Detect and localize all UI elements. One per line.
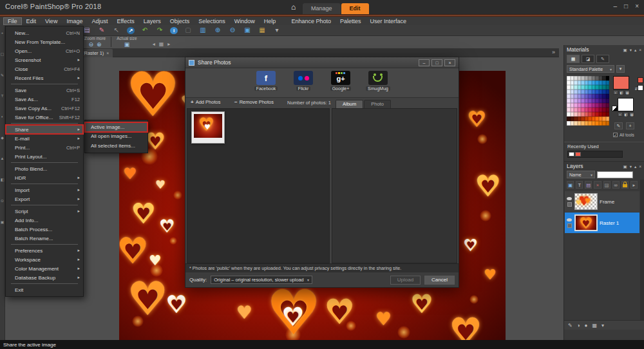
text-tool-icon[interactable]: T bbox=[1, 94, 4, 98]
preview-icon[interactable]: ▦ bbox=[159, 41, 164, 47]
pan-tool-icon[interactable]: + bbox=[1, 31, 4, 35]
restore-window-icon[interactable]: □ bbox=[624, 3, 628, 10]
menu-image[interactable]: Image bbox=[62, 17, 87, 25]
layers-menu-icon[interactable]: ▸ bbox=[630, 181, 638, 189]
file-menu-item-batch-process[interactable]: Batch Process... bbox=[6, 225, 83, 234]
menu-enhance-photo[interactable]: Enhance Photo bbox=[287, 17, 336, 25]
share-submenu-item-all-open-images[interactable]: All open images... bbox=[85, 132, 147, 142]
gradient-style-button[interactable]: ◧ bbox=[623, 112, 629, 117]
color-swatch[interactable] bbox=[606, 80, 610, 85]
file-menu-item-new-from-template[interactable]: New From Template... bbox=[6, 37, 83, 46]
workspace-tab-manage[interactable]: Manage bbox=[303, 3, 341, 14]
file-menu-item-e-mail[interactable]: E-mail▸ bbox=[6, 134, 83, 143]
dialog-maximize-icon[interactable]: □ bbox=[431, 59, 442, 66]
file-menu-item-save-copy-as[interactable]: Save Copy As...Ctrl+F12 bbox=[6, 104, 83, 113]
service-smugmug[interactable]: SmugMug bbox=[363, 71, 393, 97]
minimize-window-icon[interactable]: – bbox=[614, 3, 618, 10]
color-swatch[interactable] bbox=[606, 85, 610, 90]
toolbar-fit-window-icon[interactable]: ▣ bbox=[243, 27, 252, 33]
color-swatch[interactable] bbox=[606, 99, 610, 103]
mixer-icon[interactable]: ◑ bbox=[577, 323, 580, 328]
upload-button[interactable]: Upload bbox=[390, 276, 421, 285]
color-swatch[interactable] bbox=[606, 94, 610, 99]
toolbar-toolbar-dropdown-icon[interactable]: ▾ bbox=[272, 27, 281, 33]
foreground-color-swatch[interactable] bbox=[613, 76, 629, 90]
service-facebook[interactable]: fFacebook bbox=[251, 71, 281, 97]
color-swatch[interactable] bbox=[606, 117, 610, 121]
materials-brushes-tab[interactable]: ✎ bbox=[596, 55, 609, 63]
toolbar-export-icon[interactable]: ↗ bbox=[127, 27, 135, 34]
file-menu-item-hdr[interactable]: HDR▸ bbox=[6, 173, 83, 182]
materials-frames-tab[interactable]: ◪ bbox=[582, 55, 594, 63]
share-submenu-item-active-image[interactable]: Active image... bbox=[85, 122, 147, 132]
file-menu-item-screenshot[interactable]: Screenshot▸ bbox=[6, 55, 83, 64]
file-menu-item-photo-blend[interactable]: Photo Blend... bbox=[6, 164, 83, 173]
pin-icon[interactable]: ▴ bbox=[634, 48, 636, 52]
file-menu-item-share[interactable]: Share▸ bbox=[6, 125, 83, 134]
color-style-button[interactable]: ▪ bbox=[613, 90, 618, 95]
dot-icon[interactable]: ● bbox=[585, 323, 588, 328]
black-white-swatch[interactable] bbox=[612, 106, 618, 111]
cancel-button[interactable]: Cancel bbox=[424, 276, 455, 285]
layer-row-frame[interactable]: ♥♥♥Frame bbox=[565, 191, 639, 212]
remove-photos-button[interactable]: − Remove Photos bbox=[234, 99, 274, 105]
panel-menu-icon[interactable]: ▾ bbox=[630, 48, 632, 52]
toolbar-new-image-icon[interactable]: ▤ bbox=[82, 27, 91, 33]
pan-left-icon[interactable]: ◂ bbox=[153, 41, 155, 47]
photo-list[interactable]: ♥♥♥ bbox=[187, 108, 330, 263]
small-foreground-swatch[interactable] bbox=[638, 77, 643, 83]
background-color-swatch[interactable] bbox=[618, 98, 634, 111]
toolbar-history-icon[interactable]: ▢ bbox=[184, 27, 193, 33]
toolbar-zoom-out-icon[interactable]: ⊖ bbox=[228, 27, 237, 33]
file-menu-item-export[interactable]: Export▸ bbox=[6, 194, 83, 203]
toolbar-brush-tool-icon[interactable]: ✎ bbox=[97, 27, 106, 33]
toolbar-palettes-icon[interactable]: ▦ bbox=[258, 27, 267, 33]
document-tab[interactable]: (Raster 1) × bbox=[79, 49, 113, 57]
panel-options-icon[interactable]: ▣ bbox=[623, 164, 627, 169]
visibility-eye-icon[interactable] bbox=[567, 197, 572, 200]
file-menu-item-save-for-office[interactable]: Save for Office...Shift+F12 bbox=[6, 113, 83, 122]
tab-overflow-icon[interactable]: » bbox=[552, 49, 555, 55]
file-menu-item-workspace[interactable]: Workspace▸ bbox=[6, 255, 83, 264]
link-layers-icon[interactable]: ∞ bbox=[612, 181, 620, 189]
pattern-style-button[interactable]: ▦ bbox=[625, 90, 630, 95]
dialog-titlebar[interactable]: Share Photos –□× bbox=[185, 57, 459, 68]
brush-tool-icon[interactable]: ✎ bbox=[1, 73, 4, 77]
file-menu-item-database-backup[interactable]: Database Backup▸ bbox=[6, 273, 83, 282]
color-swatch[interactable] bbox=[606, 108, 610, 112]
brush-icon[interactable]: ✎ bbox=[568, 323, 573, 328]
layer-row-raster-1[interactable]: ♥♥Raster 1 bbox=[565, 212, 639, 233]
more-icon[interactable]: ▾ bbox=[601, 323, 604, 328]
duplicate-layer-icon[interactable]: ▤ bbox=[585, 181, 592, 189]
close-tab-icon[interactable]: × bbox=[106, 51, 109, 55]
toolbar-undo-icon[interactable]: ↶ bbox=[140, 27, 149, 33]
file-menu-item-import[interactable]: Import▸ bbox=[6, 185, 83, 194]
panel-options-icon[interactable]: ▣ bbox=[623, 48, 627, 52]
file-menu-item-exit[interactable]: Exit bbox=[6, 285, 83, 294]
palette-selector-dropdown[interactable]: Standard Palette ▾ bbox=[567, 65, 614, 73]
toolbar-resize-icon[interactable]: ▥ bbox=[198, 27, 207, 33]
file-menu-item-add-info[interactable]: Add Info... bbox=[6, 216, 83, 225]
service-flickr[interactable]: Flickr bbox=[289, 71, 318, 97]
toolbar-redo-icon[interactable]: ↷ bbox=[155, 27, 164, 33]
tab-album[interactable]: Album bbox=[336, 100, 363, 108]
zoom-out-icon[interactable]: ⊖ bbox=[89, 41, 94, 48]
recent-color-swatch[interactable] bbox=[575, 152, 581, 156]
dropper-tool-icon[interactable]: ⊙ bbox=[1, 198, 4, 203]
menu-adjust[interactable]: Adjust bbox=[87, 17, 112, 25]
home-icon[interactable]: ⌂ bbox=[291, 3, 296, 12]
shape-tool-icon[interactable]: ◆ bbox=[1, 135, 4, 140]
service-googleplus[interactable]: g+Google+ bbox=[326, 71, 355, 97]
quality-dropdown[interactable]: Original – original resolution, slower u… bbox=[211, 276, 312, 284]
grid-icon[interactable]: ▦ bbox=[592, 323, 597, 328]
delete-layer-icon[interactable]: × bbox=[594, 181, 601, 189]
palette-options-button[interactable]: ▾ bbox=[616, 65, 625, 73]
menu-edit[interactable]: Edit bbox=[22, 17, 41, 25]
menu-effects[interactable]: Effects bbox=[112, 17, 138, 25]
text-layer-icon[interactable]: T bbox=[576, 181, 583, 189]
close-icon[interactable]: × bbox=[639, 164, 641, 169]
layers-filter-dropdown[interactable]: Name ▾ bbox=[567, 171, 595, 178]
color-swatch[interactable] bbox=[606, 121, 610, 126]
file-menu-item-close[interactable]: CloseCtrl+F4 bbox=[6, 64, 83, 73]
file-menu-item-print-layout[interactable]: Print Layout... bbox=[6, 152, 83, 161]
